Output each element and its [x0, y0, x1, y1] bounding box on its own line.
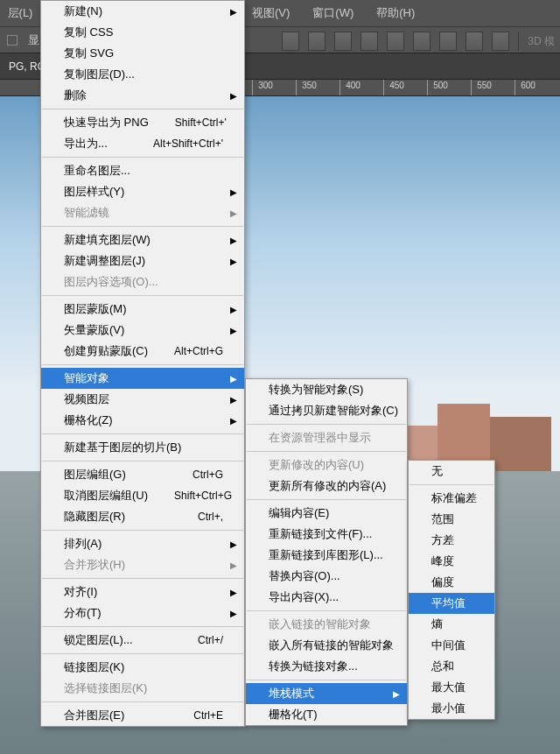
- menu-item-vector-mask[interactable]: 矢量蒙版(V)▶: [41, 320, 244, 341]
- menu-item-stack-mode[interactable]: 堆栈模式▶: [246, 683, 407, 704]
- menu-item-edit-contents[interactable]: 编辑内容(E): [246, 503, 407, 524]
- menu-item-embed-all-linked[interactable]: 嵌入所有链接的智能对象: [246, 635, 407, 656]
- menu-item-rasterize[interactable]: 栅格化(Z)▶: [41, 410, 244, 431]
- show-label: 显: [28, 32, 39, 48]
- menu-item-convert-to-smart-object[interactable]: 转换为智能对象(S): [246, 379, 407, 400]
- chevron-right-icon: ▶: [230, 560, 237, 570]
- menu-item-kurtosis[interactable]: 峰度: [409, 551, 494, 572]
- align-icon[interactable]: [282, 32, 299, 51]
- menu-item-replace-contents[interactable]: 替换内容(O)...: [246, 566, 407, 587]
- menu-separator: [42, 226, 243, 227]
- menu-item-new-layer-based-slice[interactable]: 新建基于图层的切片(B): [41, 437, 244, 458]
- menu-item-entropy[interactable]: 熵: [409, 614, 494, 635]
- menu-item-update-modified: 更新修改的内容(U): [246, 455, 407, 476]
- menu-item-rasterize[interactable]: 栅格化(T): [246, 704, 407, 725]
- menu-item-export-contents[interactable]: 导出内容(X)...: [246, 587, 407, 608]
- menu-item-ungroup-layers[interactable]: 取消图层编组(U)Shift+Ctrl+G: [41, 485, 244, 506]
- menu-item-new-fill-layer[interactable]: 新建填充图层(W)▶: [41, 229, 244, 250]
- menu-item-embed-linked: 嵌入链接的智能对象: [246, 614, 407, 635]
- menu-item-rename-layer[interactable]: 重命名图层...: [41, 160, 244, 181]
- menu-item-new-adjustment-layer[interactable]: 新建调整图层(J)▶: [41, 250, 244, 271]
- ruler-tick: 400: [340, 80, 366, 95]
- align-icon[interactable]: [360, 32, 378, 51]
- chevron-right-icon: ▶: [230, 257, 237, 266]
- chevron-right-icon: ▶: [230, 7, 237, 17]
- chevron-right-icon: ▶: [230, 305, 237, 314]
- menu-item-update-all-modified[interactable]: 更新所有修改的内容(A): [246, 476, 407, 497]
- menu-item-create-clipping-mask[interactable]: 创建剪贴蒙版(C)Alt+Ctrl+G: [41, 341, 244, 362]
- menu-item-delete[interactable]: 删除▶: [41, 85, 244, 106]
- menu-separator: [247, 680, 406, 680]
- menu-item-group-layers[interactable]: 图层编组(G)Ctrl+G: [41, 464, 244, 485]
- distribute-icon[interactable]: [466, 32, 483, 51]
- menu-item-export-as[interactable]: 导出为...Alt+Shift+Ctrl+': [41, 133, 244, 154]
- menu-separator: [42, 653, 243, 654]
- menubar-item-window[interactable]: 窗口(W): [305, 0, 360, 26]
- menu-item-merge-layers[interactable]: 合并图层(E)Ctrl+E: [41, 705, 244, 726]
- menu-item-variance[interactable]: 方差: [409, 530, 494, 551]
- chevron-right-icon: ▶: [230, 208, 237, 218]
- menu-separator: [42, 157, 243, 158]
- menu-separator: [42, 364, 243, 365]
- menu-item-median[interactable]: 中间值: [409, 635, 494, 656]
- menu-separator: [410, 484, 494, 485]
- menubar-item-help[interactable]: 帮助(H): [369, 0, 422, 26]
- menu-item-quick-export[interactable]: 快速导出为 PNGShift+Ctrl+': [41, 112, 244, 133]
- menu-separator: [42, 626, 243, 627]
- ruler-tick: 500: [427, 80, 453, 95]
- chevron-right-icon: ▶: [230, 91, 237, 101]
- menu-item-select-linked-layers: 选择链接图层(K): [41, 678, 244, 699]
- mode-3d-label[interactable]: 3D 模: [528, 34, 555, 49]
- menu-item-smart-objects[interactable]: 智能对象▶: [41, 368, 244, 389]
- menu-item-none[interactable]: 无: [409, 461, 494, 482]
- ruler-tick: 600: [514, 80, 541, 95]
- menu-separator: [42, 578, 243, 579]
- menu-separator: [42, 701, 243, 702]
- menu-item-summation[interactable]: 总和: [409, 656, 494, 677]
- menu-item-new-smart-object-via-copy[interactable]: 通过拷贝新建智能对象(C): [246, 400, 407, 421]
- menu-item-smart-filter: 智能滤镜▶: [41, 202, 244, 223]
- menu-item-layer-mask[interactable]: 图层蒙版(M)▶: [41, 299, 244, 320]
- menubar-item-layer[interactable]: 层(L): [0, 0, 40, 26]
- menu-item-video-layers[interactable]: 视频图层▶: [41, 389, 244, 410]
- menu-separator: [42, 461, 243, 462]
- menu-item-hide-layers[interactable]: 隐藏图层(R)Ctrl+,: [41, 506, 244, 527]
- menu-item-reveal-in-explorer: 在资源管理器中显示: [246, 427, 407, 448]
- menu-item-arrange[interactable]: 排列(A)▶: [41, 533, 244, 554]
- menu-item-range[interactable]: 范围: [409, 509, 494, 530]
- distribute-icon[interactable]: [439, 32, 457, 51]
- chevron-right-icon: ▶: [230, 187, 237, 197]
- distribute-icon[interactable]: [413, 32, 430, 51]
- chevron-right-icon: ▶: [393, 689, 400, 699]
- distribute-icon[interactable]: [387, 32, 404, 51]
- menu-item-minimum[interactable]: 最小值: [409, 698, 494, 719]
- menu-item-distribute[interactable]: 分布(T)▶: [41, 602, 244, 624]
- menu-item-copy-css[interactable]: 复制 CSS: [41, 22, 244, 43]
- menubar-item-view[interactable]: 视图(V): [245, 0, 297, 26]
- menu-separator: [42, 295, 243, 296]
- more-icon[interactable]: [492, 32, 509, 51]
- menu-item-relink-to-library[interactable]: 重新链接到库图形(L)...: [246, 545, 407, 566]
- menu-item-link-layers[interactable]: 链接图层(K): [41, 657, 244, 678]
- menu-item-convert-to-linked[interactable]: 转换为链接对象...: [246, 656, 407, 677]
- menu-item-relink-to-file[interactable]: 重新链接到文件(F)...: [246, 524, 407, 545]
- chevron-right-icon: ▶: [230, 588, 237, 597]
- menu-item-new[interactable]: 新建(N)▶: [41, 1, 244, 22]
- menu-item-layer-content-options: 图层内容选项(O)...: [41, 271, 244, 292]
- menu-item-layer-style[interactable]: 图层样式(Y)▶: [41, 181, 244, 202]
- show-checkbox[interactable]: [7, 35, 18, 46]
- menu-item-lock-layers[interactable]: 锁定图层(L)...Ctrl+/: [41, 630, 244, 651]
- menu-item-maximum[interactable]: 最大值: [409, 677, 494, 698]
- chevron-right-icon: ▶: [230, 236, 237, 245]
- menu-item-mean[interactable]: 平均值: [409, 593, 494, 614]
- menu-item-skewness[interactable]: 偏度: [409, 572, 494, 593]
- align-icon[interactable]: [334, 32, 352, 51]
- chevron-right-icon: ▶: [230, 395, 237, 405]
- menu-item-copy-svg[interactable]: 复制 SVG: [41, 43, 244, 64]
- chevron-right-icon: ▶: [230, 609, 237, 618]
- stack-mode-submenu: 无 标准偏差 范围 方差 峰度 偏度 平均值 熵 中间值 总和 最大值 最小值: [408, 460, 495, 720]
- align-icon[interactable]: [308, 32, 326, 51]
- menu-item-standard-deviation[interactable]: 标准偏差: [409, 488, 494, 509]
- menu-item-duplicate-layer[interactable]: 复制图层(D)...: [41, 64, 244, 85]
- menu-item-align[interactable]: 对齐(I)▶: [41, 581, 244, 602]
